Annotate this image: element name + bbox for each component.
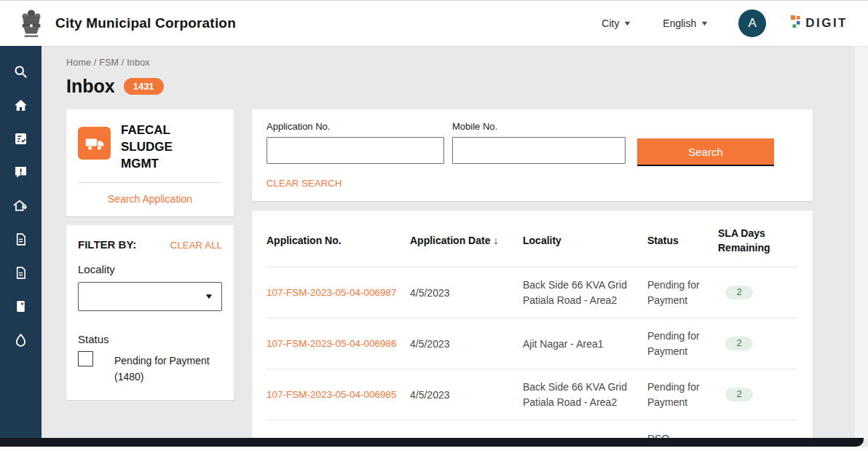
sla-days-badge: 2 (725, 286, 753, 299)
module-card: FAECAL SLUDGE MGMT Search Application (66, 109, 234, 216)
table-row: 107-FSM-2023-05-04-006987 4/5/2023 Back … (267, 267, 798, 318)
application-link[interactable]: 107-FSM-2023-05-04-006985 (267, 389, 397, 400)
chevron-down-icon: ▼ (623, 20, 632, 27)
sla-days-badge: 2 (725, 337, 753, 350)
fsm-truck-icon (78, 127, 111, 160)
locality: Ajit Nagar - Area1 (523, 337, 647, 351)
document-icon[interactable] (4, 222, 38, 256)
window-bottom-bar (0, 438, 864, 447)
application-link[interactable]: 107-FSM-2023-05-04-006987 (267, 287, 397, 298)
locality: Back Side 66 KVA Grid Patiala Road - Are… (523, 380, 647, 409)
table-row: 107-FSM-2023-05-04-006986 4/5/2023 Ajit … (267, 318, 798, 369)
search-panel: Application No. Mobile No. Search CLEAR … (252, 109, 813, 201)
language-dropdown-label: English (663, 17, 696, 29)
top-header: City Municipal Corporation City ▼ Englis… (0, 1, 868, 46)
breadcrumb[interactable]: Home / FSM / Inbox (66, 58, 868, 68)
user-avatar[interactable]: A (738, 9, 766, 37)
header-actions: City ▼ English ▼ A DIGIT (601, 9, 848, 37)
status-option-row: Pending for Payment (1480) (78, 351, 222, 385)
application-date: 4/5/2023 (410, 337, 523, 351)
complaint-icon[interactable] (4, 155, 38, 189)
status: Pending for Payment (647, 278, 718, 307)
col-application-no: Application No. (267, 234, 410, 248)
card-icon[interactable] (4, 289, 38, 323)
sla-days-badge: 2 (725, 388, 753, 401)
sort-desc-icon: ↓ (493, 235, 498, 246)
inbox-table: Application No. Application Date↓ Locali… (252, 211, 813, 451)
chevron-down-icon: ▼ (204, 292, 214, 300)
locality-label: Locality (78, 263, 222, 275)
filter-by-label: FILTER BY: (78, 238, 136, 251)
inbox-checklist-icon[interactable] (4, 122, 38, 155)
status: Pending for Payment (647, 380, 718, 409)
module-title: FAECAL SLUDGE MGMT (121, 122, 190, 173)
left-nav-sidebar (0, 46, 42, 451)
left-column: FAECAL SLUDGE MGMT Search Application FI… (66, 109, 234, 400)
clear-all-link[interactable]: CLEAR ALL (170, 240, 222, 251)
application-date: 4/5/2023 (410, 286, 523, 300)
inbox-count-badge: 1431 (124, 78, 164, 95)
app-window: City Municipal Corporation City ▼ Englis… (0, 0, 868, 451)
table-row: 107-FSM-2023-05-04-006985 4/5/2023 Back … (267, 369, 798, 420)
digit-logo-mark-icon (791, 15, 802, 31)
page-title: Inbox (66, 76, 115, 97)
page-title-row: Inbox 1431 (66, 76, 868, 97)
col-locality: Locality (523, 234, 647, 248)
mobile-no-input[interactable] (452, 137, 626, 164)
locality: Back Side 66 KVA Grid Patiala Road - Are… (523, 278, 647, 307)
clear-search-link[interactable]: CLEAR SEARCH (267, 178, 342, 189)
mobile-no-label: Mobile No. (452, 121, 626, 132)
national-emblem-logo (17, 7, 45, 39)
status-label: Status (78, 333, 222, 345)
application-no-label: Application No. (267, 121, 444, 132)
col-application-date-label: Application Date (410, 235, 490, 246)
application-no-field-group: Application No. (267, 121, 444, 164)
table-header-row: Application No. Application Date↓ Locali… (267, 211, 798, 267)
filter-card: FILTER BY: CLEAR ALL Locality ▼ Status P… (66, 225, 234, 400)
scrollbar-track[interactable] (855, 46, 868, 439)
col-sla-days: SLA Days Remaining (718, 227, 798, 255)
property-home-icon[interactable] (4, 189, 38, 222)
document-icon[interactable] (4, 256, 38, 289)
col-status: Status (647, 234, 718, 248)
language-dropdown[interactable]: English ▼ (663, 17, 708, 29)
mobile-no-field-group: Mobile No. (452, 121, 626, 164)
city-dropdown[interactable]: City ▼ (601, 17, 631, 29)
city-dropdown-label: City (601, 17, 619, 29)
avatar-initial: A (748, 16, 756, 31)
digit-brand-logo: DIGIT (791, 15, 848, 31)
status-checkbox[interactable] (78, 351, 93, 366)
search-button[interactable]: Search (637, 138, 774, 166)
locality-select[interactable]: ▼ (78, 282, 222, 311)
application-date: 4/5/2023 (410, 388, 523, 402)
search-icon[interactable] (4, 55, 38, 88)
water-drop-icon[interactable] (4, 323, 38, 356)
application-link[interactable]: 107-FSM-2023-05-04-006986 (267, 338, 397, 349)
status: Pending for Payment (647, 329, 718, 358)
window-edge (0, 447, 868, 451)
home-icon[interactable] (4, 88, 38, 122)
right-column: Application No. Mobile No. Search CLEAR … (252, 109, 813, 451)
digit-brand-text: DIGIT (805, 16, 848, 31)
main-content: Home / FSM / Inbox Inbox 1431 FAECAL SLU… (42, 46, 868, 451)
application-no-input[interactable] (267, 137, 444, 164)
status-option-label: Pending for Payment (1480) (114, 353, 220, 385)
chevron-down-icon: ▼ (701, 20, 709, 27)
search-application-link[interactable]: Search Application (78, 193, 222, 205)
col-application-date[interactable]: Application Date↓ (410, 234, 523, 248)
app-title: City Municipal Corporation (55, 15, 236, 31)
divider (78, 182, 222, 183)
